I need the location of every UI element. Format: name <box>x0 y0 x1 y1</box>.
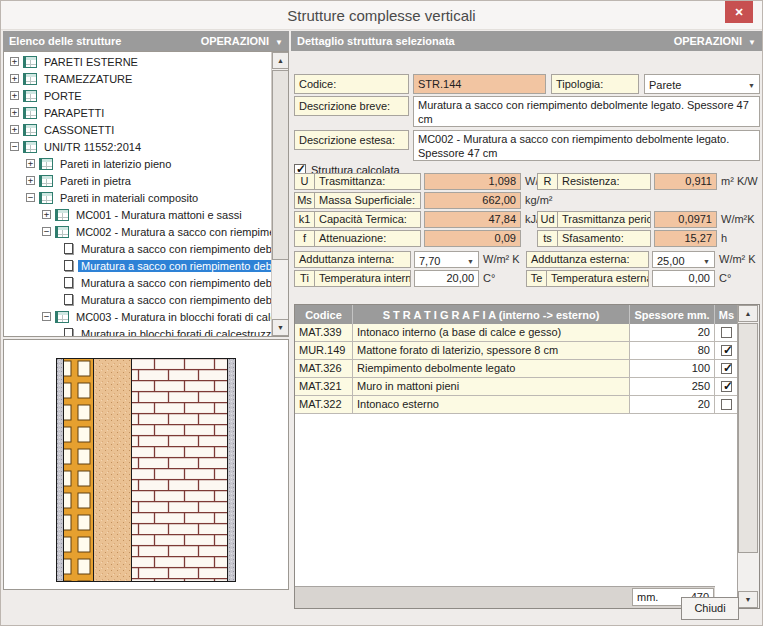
stratigrafia-header-row: Codice S T R A T I G R A F I A (interno … <box>295 305 737 324</box>
col-header-codice: Codice <box>295 305 353 324</box>
param-label: Trasmittanza: <box>315 174 385 189</box>
expand-icon[interactable]: + <box>10 74 19 83</box>
tree-item-variant-2-selected[interactable]: Muratura a sacco con riempimento deb <box>4 257 271 274</box>
param-symbol: ts <box>538 231 558 246</box>
param-symbol: Ud <box>538 212 558 227</box>
expand-icon[interactable]: + <box>10 108 19 117</box>
trasmittanza-value: 1,098 <box>424 173 521 190</box>
total-thickness-label: mm. <box>637 591 658 605</box>
tree-item-pietra[interactable]: + Pareti in pietra <box>4 172 271 189</box>
tree-item-mc003[interactable]: − MC003 - Muratura in blocchi forati di … <box>4 308 271 325</box>
descrizione-estesa-field[interactable]: MC002 - Muratura a sacco con riempimento… <box>413 130 760 161</box>
temperatura-esterna-field[interactable]: 0,00 <box>652 270 715 287</box>
cell-spessore[interactable]: 80 <box>630 342 715 360</box>
structure-group-icon <box>39 175 53 187</box>
operations-menu-right[interactable]: OPERAZIONI <box>674 35 756 47</box>
param-label: Capacità Termica: <box>315 212 407 227</box>
close-window-button[interactable]: ✕ <box>725 1 753 23</box>
tree-item-uni-tr[interactable]: − UNI/TR 11552:2014 <box>4 138 271 155</box>
tree-item-mc001[interactable]: + MC001 - Muratura mattoni e sassi <box>4 206 271 223</box>
tree-item-label: Muratura a sacco con riempimento deb <box>78 243 271 255</box>
window-title: Strutture complesse verticali <box>1 1 762 30</box>
tree-item-label: Pareti in laterizio pieno <box>57 158 174 170</box>
tree-item-cassonetti[interactable]: + CASSONETTI <box>4 121 271 138</box>
chevron-down-icon[interactable] <box>748 78 755 90</box>
table-scrollbar[interactable] <box>737 305 759 608</box>
codice-label: Codice: <box>294 74 409 94</box>
param-unit: W/m² K <box>719 251 756 268</box>
cell-spessore[interactable]: 250 <box>630 378 715 396</box>
tree-scrollbar[interactable] <box>271 52 288 336</box>
param-label: Sfasamento: <box>558 231 624 246</box>
param-row-ms: Ms Massa Superficiale: 662,00 kg/m² <box>294 192 760 209</box>
chiudi-button[interactable]: Chiudi <box>681 597 739 620</box>
expand-icon[interactable]: + <box>10 91 19 100</box>
tipologia-select[interactable]: Parete <box>644 74 760 94</box>
chevron-down-icon <box>748 35 756 47</box>
expand-icon[interactable]: + <box>10 125 19 134</box>
adduttanza-esterna-select[interactable]: 25,00 <box>652 251 715 268</box>
structures-tree: + PARETI ESTERNE + TRAMEZZATURE + PORTE … <box>3 51 289 337</box>
descrizione-breve-label: Descrizione breve: <box>294 96 409 116</box>
structure-group-icon <box>23 73 37 85</box>
collapse-icon[interactable]: − <box>26 193 35 202</box>
param-symbol: Ti <box>295 271 315 286</box>
scroll-down-icon[interactable] <box>738 591 758 608</box>
tree-item-label: PARAPETTI <box>41 107 107 119</box>
operations-menu-left[interactable]: OPERAZIONI <box>201 35 283 47</box>
tree-item-mc003-variant[interactable]: Muratura in blocchi forati di calcestruz… <box>4 325 271 336</box>
tree-item-label: Pareti in pietra <box>57 175 134 187</box>
codice-field[interactable]: STR.144 <box>413 74 546 94</box>
structure-detail-body: Codice: STR.144 Tipologia: Parete Descri… <box>291 51 762 625</box>
scroll-thumb[interactable] <box>272 70 289 260</box>
expand-icon[interactable]: + <box>26 176 35 185</box>
ms-checkbox[interactable] <box>721 399 732 410</box>
table-row[interactable]: MAT.322 Intonaco esterno 20 <box>295 396 737 414</box>
tree-item-parapetti[interactable]: + PARAPETTI <box>4 104 271 121</box>
ms-checkbox[interactable] <box>721 327 732 338</box>
tree-item-variant-3[interactable]: Muratura a sacco con riempimento deb <box>4 274 271 291</box>
scroll-up-icon[interactable] <box>738 305 758 322</box>
adduttanza-interna-select[interactable]: 7,70 <box>414 251 479 268</box>
tree-item-mc002[interactable]: − MC002 - Muratura a sacco con riempimen <box>4 223 271 240</box>
tree-item-label: CASSONETTI <box>41 124 117 136</box>
scroll-down-icon[interactable] <box>272 319 289 336</box>
expand-icon[interactable]: + <box>10 57 19 66</box>
collapse-icon[interactable]: − <box>42 312 51 321</box>
tree-item-variant-1[interactable]: Muratura a sacco con riempimento deb <box>4 240 271 257</box>
table-row[interactable]: MUR.149 Mattone forato di laterizio, spe… <box>295 342 737 360</box>
param-unit: m² K/W <box>721 173 758 190</box>
table-row[interactable]: MAT.321 Muro in mattoni pieni 250 <box>295 378 737 396</box>
table-row[interactable]: MAT.339 Intonaco interno (a base di calc… <box>295 324 737 342</box>
param-label: Temperatura esterna: <box>547 271 648 286</box>
expand-icon[interactable]: + <box>42 210 51 219</box>
descrizione-breve-field[interactable]: Muratura a sacco con riempimento debolme… <box>413 96 760 127</box>
expand-icon[interactable]: + <box>26 159 35 168</box>
tree-item-pareti-esterne[interactable]: + PARETI ESTERNE <box>4 53 271 70</box>
temperatura-interna-field[interactable]: 20,00 <box>414 270 479 287</box>
collapse-icon[interactable]: − <box>42 227 51 236</box>
tree-item-laterizio-pieno[interactable]: + Pareti in laterizio pieno <box>4 155 271 172</box>
tree-item-materiali-composito[interactable]: − Pareti in materiali composito <box>4 189 271 206</box>
param-unit: kg/m² <box>525 192 553 209</box>
cell-spessore[interactable]: 100 <box>630 360 715 378</box>
ms-checkbox[interactable] <box>721 381 732 392</box>
scroll-up-icon[interactable] <box>272 52 289 69</box>
tree-item-tramezzature[interactable]: + TRAMEZZATURE <box>4 70 271 87</box>
col-header-ms: Ms <box>715 305 739 324</box>
tree-item-porte[interactable]: + PORTE <box>4 87 271 104</box>
chevron-down-icon[interactable] <box>703 254 710 266</box>
tree-item-label: MC003 - Muratura in blocchi forati di ca… <box>73 311 271 323</box>
ms-checkbox[interactable] <box>721 345 732 356</box>
scroll-thumb[interactable] <box>738 323 758 553</box>
tree-item-variant-4[interactable]: Muratura a sacco con riempimento deb <box>4 291 271 308</box>
chevron-down-icon[interactable] <box>467 254 474 266</box>
stratigrafia-table: Codice S T R A T I G R A F I A (interno … <box>294 304 760 609</box>
ms-checkbox[interactable] <box>721 363 732 374</box>
sfasamento-value: 15,27 <box>654 230 717 247</box>
collapse-icon[interactable]: − <box>10 142 19 151</box>
param-label: Massa Superficiale: <box>315 193 415 208</box>
cell-spessore[interactable]: 20 <box>630 324 715 342</box>
table-row[interactable]: MAT.326 Riempimento debolmente legato 10… <box>295 360 737 378</box>
cell-spessore[interactable]: 20 <box>630 396 715 414</box>
